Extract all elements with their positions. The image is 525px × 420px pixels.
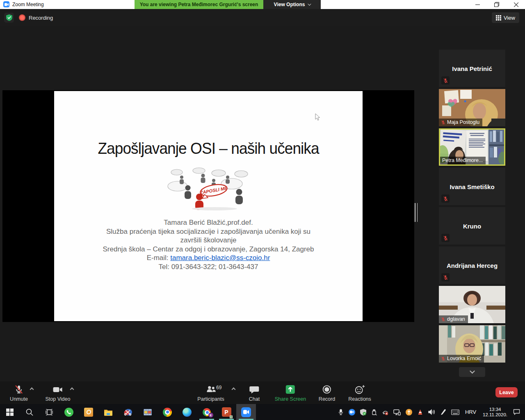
- stop-video-button[interactable]: Stop Video: [46, 384, 71, 402]
- tray-usb-icon[interactable]: [369, 404, 379, 420]
- zoom-taskbar-icon[interactable]: [236, 404, 256, 420]
- chrome-profile-icon[interactable]: E: [197, 404, 217, 420]
- task-view-icon: [45, 409, 53, 416]
- taskbar-time: 13:34: [489, 407, 501, 412]
- screen-share-banner: You are viewing Petra Međimorec Grgurić'…: [135, 0, 263, 9]
- participant-name: Ivana Smetiško: [439, 183, 505, 190]
- close-button[interactable]: [507, 0, 525, 9]
- taskbar-date: 12.11.2020.: [483, 412, 507, 417]
- taskbar-clock[interactable]: 13:3412.11.2020.: [479, 404, 511, 420]
- muted-mic-icon: [14, 384, 24, 395]
- participant-name-badge: Petra Međimore...: [440, 157, 486, 164]
- participants-button[interactable]: 69 Participants: [197, 384, 224, 402]
- snipping-tool-icon[interactable]: [118, 404, 138, 420]
- participant-tile[interactable]: Andrijana Herceg: [439, 247, 505, 284]
- tray-pen-icon[interactable]: [438, 404, 449, 420]
- record-icon: [322, 384, 332, 395]
- restore-button[interactable]: [488, 0, 506, 9]
- tray-mic-icon[interactable]: [336, 404, 346, 420]
- start-button[interactable]: [0, 404, 20, 420]
- tray-touch-keyboard-icon[interactable]: [449, 404, 462, 420]
- slide-badge: [230, 415, 233, 418]
- participant-name: Kruno: [439, 223, 505, 230]
- chevron-down-icon: [470, 368, 475, 374]
- record-button[interactable]: Record: [319, 384, 335, 402]
- chrome-icon[interactable]: [158, 404, 177, 420]
- language-indicator[interactable]: HRV: [462, 404, 479, 420]
- chevron-down-icon: [308, 2, 311, 5]
- video-options-caret[interactable]: [70, 388, 74, 392]
- search-icon: [25, 408, 34, 416]
- chat-button[interactable]: Chat: [249, 384, 260, 402]
- participant-name: Lovorka Ernoić: [447, 356, 481, 361]
- participants-icon: [205, 384, 216, 395]
- recording-indicator-icon[interactable]: [19, 14, 25, 21]
- camera-glyph: [243, 410, 249, 414]
- view-options-button[interactable]: View Options: [263, 0, 321, 9]
- muted-mic-icon: [441, 273, 450, 281]
- muted-mic-icon: [441, 76, 450, 84]
- participant-tile[interactable]: dglavan: [439, 286, 505, 323]
- participant-name: Petra Međimore...: [442, 158, 483, 163]
- share-screen-icon: [285, 384, 296, 395]
- edge-icon[interactable]: [177, 404, 197, 420]
- task-view-button[interactable]: [39, 404, 59, 420]
- email-link[interactable]: tamara.beric-blazic@ss-czoio.hr: [170, 254, 270, 262]
- panel-resize-handle[interactable]: [415, 203, 418, 222]
- chat-label: Chat: [249, 396, 260, 402]
- system-tray: HRV 13:3412.11.2020.: [336, 404, 525, 420]
- tray-update-icon[interactable]: [403, 404, 415, 420]
- whatsapp-icon[interactable]: [59, 404, 79, 420]
- view-options-label: View Options: [274, 2, 305, 7]
- tray-display-icon[interactable]: [391, 404, 403, 420]
- presentation-slide: Zapošljavanje OSI – naših učenika: [54, 91, 363, 321]
- search-button[interactable]: [20, 404, 39, 420]
- tray-disconnected-icon[interactable]: [379, 404, 391, 420]
- outlook-icon[interactable]: [79, 404, 98, 420]
- video-camera-icon: [52, 384, 64, 395]
- participants-panel: Ivana Petrinić Maja: [439, 50, 505, 363]
- meeting-info-shield-icon[interactable]: [4, 13, 14, 23]
- powerpoint-icon[interactable]: P: [217, 404, 236, 420]
- mic-options-caret[interactable]: [30, 388, 34, 392]
- muted-mic-icon: [441, 356, 445, 361]
- meeting-info-bar: Recording View: [0, 9, 525, 26]
- participants-options-caret[interactable]: [232, 388, 236, 392]
- minimize-button[interactable]: [468, 0, 486, 9]
- mouse-cursor: [315, 113, 320, 121]
- unmute-button[interactable]: Unmute: [10, 384, 28, 402]
- slide-author-line: Tamara Berić Blažić,prof.def.: [54, 218, 363, 227]
- participant-tile[interactable]: Ivana Smetiško: [439, 168, 505, 205]
- slide-email-line: E-mail: tamara.beric-blazic@ss-czoio.hr: [54, 253, 363, 262]
- phone-glyph: [66, 410, 71, 415]
- participant-tile-active-speaker[interactable]: Petra Međimore...: [439, 128, 505, 166]
- stop-video-label: Stop Video: [46, 396, 71, 402]
- participant-tile[interactable]: Maja Postoglu: [439, 89, 505, 126]
- leave-button[interactable]: Leave: [495, 387, 518, 397]
- participant-name: Ivana Petrinić: [439, 65, 505, 72]
- next-participants-button[interactable]: [459, 367, 485, 377]
- folder-icon: [104, 409, 113, 416]
- participants-label: Participants: [197, 396, 224, 402]
- window-title: Zoom Meeting: [12, 2, 44, 7]
- gallery-view-button[interactable]: View: [492, 12, 519, 23]
- tray-vlc-icon[interactable]: [415, 404, 426, 420]
- participant-tile[interactable]: Lovorka Ernoić: [439, 325, 505, 363]
- participant-name: Maja Postoglu: [447, 119, 479, 125]
- window-titlebar: Zoom Meeting You are viewing Petra Međim…: [0, 0, 525, 9]
- reactions-smiley-icon: [354, 384, 365, 395]
- zoom-app-icon: [3, 1, 9, 7]
- movie-maker-icon[interactable]: [138, 404, 158, 420]
- tray-zoom-icon[interactable]: [346, 404, 358, 420]
- share-screen-button[interactable]: Share Screen: [275, 384, 306, 402]
- file-explorer-icon[interactable]: [98, 404, 118, 420]
- tray-volume-icon[interactable]: [426, 404, 438, 420]
- participant-tile[interactable]: Ivana Petrinić: [439, 50, 505, 87]
- reactions-label: Reactions: [348, 396, 371, 402]
- participant-tile[interactable]: Kruno: [439, 207, 505, 244]
- tray-defender-icon[interactable]: [358, 404, 369, 420]
- action-center-button[interactable]: [511, 404, 525, 420]
- participants-icon-wrap: 69: [205, 384, 216, 395]
- chat-bubble-icon: [249, 384, 260, 395]
- reactions-button[interactable]: Reactions: [348, 384, 371, 402]
